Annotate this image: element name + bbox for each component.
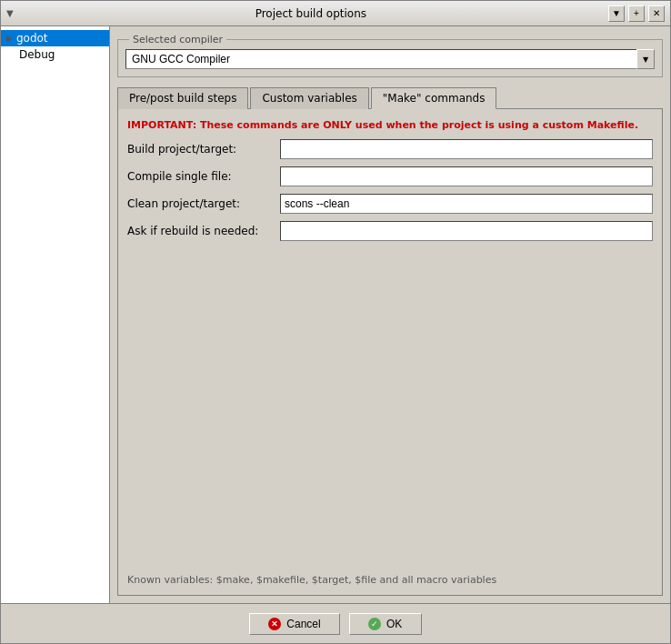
project-build-options-dialog: ▼ Project build options ▼ + ✕ ▶ godot De… — [0, 0, 671, 644]
ask-rebuild-label: Ask if rebuild is needed: — [127, 225, 273, 237]
cancel-label: Cancel — [286, 618, 320, 630]
important-note: IMPORTANT: These commands are ONLY used … — [127, 118, 653, 132]
ask-rebuild-input[interactable] — [280, 221, 653, 241]
tabs-row: Pre/post build steps Custom variables "M… — [117, 86, 663, 109]
ok-button[interactable]: ✓ OK — [349, 613, 422, 635]
build-project-input[interactable] — [280, 139, 653, 159]
compile-single-row: Compile single file: — [127, 166, 653, 186]
ok-icon: ✓ — [368, 618, 381, 630]
tab-pre-post-build[interactable]: Pre/post build steps — [117, 87, 248, 109]
titlebar-left: ▼ — [6, 8, 14, 18]
dialog-title: Project build options — [255, 7, 366, 20]
titlebar: ▼ Project build options ▼ + ✕ — [1, 1, 670, 26]
make-commands-content: IMPORTANT: These commands are ONLY used … — [117, 109, 663, 596]
sidebar-item-debug[interactable]: Debug — [1, 46, 109, 63]
build-project-row: Build project/target: — [127, 139, 653, 159]
titlebar-title-wrap: Project build options — [14, 7, 608, 20]
cancel-icon: ✕ — [268, 618, 281, 630]
tab-make-commands[interactable]: "Make" commands — [371, 87, 497, 109]
sidebar-item-godot-label: godot — [16, 32, 48, 45]
tab-custom-variables[interactable]: Custom variables — [250, 87, 368, 109]
compiler-fieldset: Selected compiler GNU GCC Compiler ▼ — [117, 34, 663, 77]
dialog-body: ▶ godot Debug Selected compiler GNU GCC … — [1, 26, 670, 603]
sidebar-item-debug-label: Debug — [19, 48, 55, 61]
clean-project-row: Clean project/target: — [127, 194, 653, 214]
known-vars-text: Known variables: $make, $makefile, $targ… — [127, 570, 653, 586]
compile-single-label: Compile single file: — [127, 170, 273, 183]
important-prefix: IMPORTANT: — [127, 119, 200, 131]
sidebar-item-godot[interactable]: ▶ godot — [1, 30, 109, 46]
sidebar: ▶ godot Debug — [1, 26, 110, 603]
compiler-select[interactable]: GNU GCC Compiler — [125, 49, 655, 69]
titlebar-controls: ▼ + ✕ — [608, 5, 665, 22]
clean-project-label: Clean project/target: — [127, 197, 273, 210]
titlebar-menu-arrow[interactable]: ▼ — [6, 8, 14, 18]
important-text: These commands are ONLY used when the pr… — [200, 119, 638, 131]
dialog-footer: ✕ Cancel ✓ OK — [1, 603, 670, 643]
cancel-button[interactable]: ✕ Cancel — [249, 613, 339, 635]
tree-toggle-icon: ▶ — [6, 34, 13, 43]
compile-single-input[interactable] — [280, 166, 653, 186]
ask-rebuild-row: Ask if rebuild is needed: — [127, 221, 653, 241]
build-project-label: Build project/target: — [127, 143, 273, 156]
compiler-group-label: Selected compiler — [129, 34, 226, 45]
compiler-select-wrapper: GNU GCC Compiler ▼ — [125, 49, 655, 69]
ok-label: OK — [386, 618, 402, 630]
main-panel: Selected compiler GNU GCC Compiler ▼ Pre… — [110, 26, 670, 603]
minimize-button[interactable]: ▼ — [608, 5, 625, 22]
close-button[interactable]: ✕ — [648, 5, 665, 22]
add-button[interactable]: + — [628, 5, 645, 22]
clean-project-input[interactable] — [280, 194, 653, 214]
